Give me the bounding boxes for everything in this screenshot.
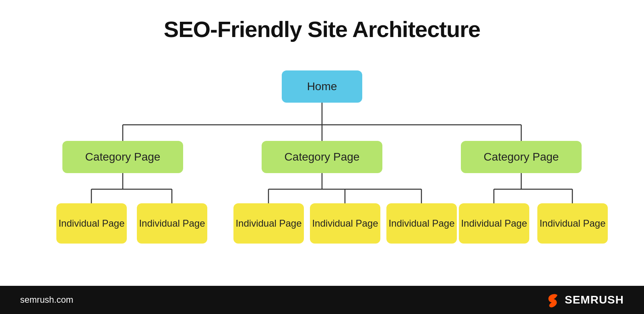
- individual-page-node-6: Individual Page: [459, 203, 529, 244]
- category-node-3: Category Page: [461, 141, 582, 173]
- footer-brand: SEMRUSH: [545, 292, 624, 308]
- individual-page-node-2: Individual Page: [137, 203, 207, 244]
- individual-page-node-4: Individual Page: [310, 203, 380, 244]
- category-node-1: Category Page: [62, 141, 183, 173]
- home-node: Home: [282, 70, 362, 103]
- individual-page-node-7: Individual Page: [537, 203, 608, 244]
- individual-page-node-5: Individual Page: [386, 203, 457, 244]
- page-title: SEO-Friendly Site Architecture: [164, 16, 480, 42]
- main-content: SEO-Friendly Site Architecture: [0, 0, 644, 286]
- site-architecture-diagram: Home Category Page Category Page Categor…: [40, 62, 604, 248]
- individual-page-node-1: Individual Page: [56, 203, 127, 244]
- individual-page-node-3: Individual Page: [233, 203, 304, 244]
- category-node-2: Category Page: [262, 141, 382, 173]
- footer-brand-name: SEMRUSH: [565, 293, 624, 306]
- footer: semrush.com SEMRUSH: [0, 286, 644, 314]
- footer-url: semrush.com: [20, 295, 73, 305]
- semrush-logo-icon: [545, 292, 561, 308]
